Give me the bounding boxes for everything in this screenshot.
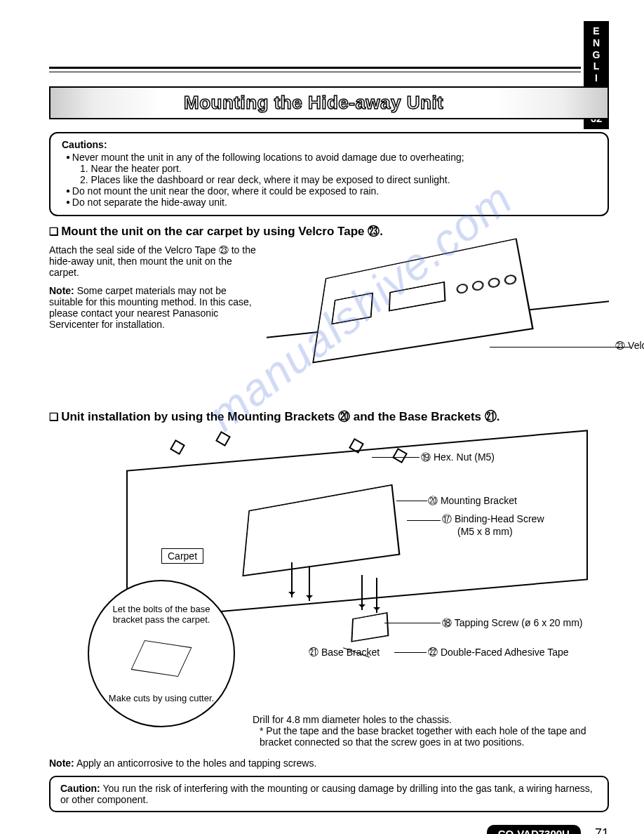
label-binding-head-dim: (M5 x 8 mm) (457, 526, 513, 537)
caution-subitem: 2. Places like the dashboard or rear dec… (80, 174, 596, 185)
cautions-heading: Cautions: (62, 139, 596, 150)
page-title: Mounting the Hide-away Unit (58, 92, 443, 114)
hex-nut-icon (215, 431, 231, 446)
caution-box-bottom: Caution: You run the risk of interfering… (49, 776, 609, 812)
note-label: Note: (49, 757, 74, 769)
loupe-text-top: Let the bolts of the base bracket pass t… (102, 604, 221, 625)
label-binding-head: ⑰ Binding-Head Screw (442, 513, 544, 526)
page-footer: CQ-VAD7300U 71 (49, 825, 609, 834)
carpet-tag: Carpet (161, 548, 203, 564)
label-mounting-bracket: ⑳ Mounting Bracket (428, 495, 517, 508)
caution-item: Do not mount the unit near the door, whe… (66, 185, 596, 197)
drill-note-line2: * Put the tape and the base bracket toge… (260, 725, 609, 748)
caution-label: Caution: (60, 783, 100, 794)
section1-heading: Mount the unit on the car carpet by usin… (49, 225, 609, 239)
detail-magnifier: Let the bolts of the base bracket pass t… (88, 580, 235, 727)
screw-icon (376, 578, 377, 613)
bottom-note: Note: Apply an anticorrosive to the hole… (49, 757, 609, 769)
section1-figure: ㉓ Velcro Tape (267, 241, 609, 403)
carpet-cut-illustration (131, 640, 192, 677)
caution-item: Never mount the unit in any of the follo… (66, 152, 596, 163)
title-banner: Mounting the Hide-away Unit (49, 86, 609, 119)
section2-heading: Unit installation by using the Mounting … (49, 409, 609, 425)
label-hex-nut: ⑲ Hex. Nut (M5) (421, 451, 495, 464)
label-adhesive-tape: ㉒ Double-Faced Adhesive Tape (428, 647, 569, 658)
cautions-box: Cautions: Never mount the unit in any of… (49, 132, 609, 216)
label-tapping-screw: ⑱ Tapping Screw (ø 6 x 20 mm) (442, 617, 582, 630)
base-bracket-illustration (351, 612, 389, 642)
section1-para1: Attach the seal side of the Velcro Tape … (49, 244, 260, 278)
caution-text: You run the risk of interfering with the… (60, 783, 593, 805)
section1-body: Attach the seal side of the Velcro Tape … (49, 241, 609, 403)
section2-figure: Carpet Let the bolts of the base bracket… (49, 429, 609, 710)
manual-page: ENGLISH 62 Mounting the Hide-away Unit C… (0, 0, 644, 834)
caution-subitem: 1. Near the heater port. (80, 163, 596, 174)
screw-icon (361, 575, 363, 610)
caution-item: Do not separate the hide-away unit. (66, 197, 596, 208)
screw-icon (291, 562, 293, 597)
label-base-bracket: ㉑ Base Bracket (309, 647, 380, 658)
section1-text: Attach the seal side of the Velcro Tape … (49, 241, 260, 403)
drill-note: Drill for 4.8 mm diameter holes to the c… (253, 714, 609, 748)
model-number: CQ-VAD7300U (487, 825, 581, 834)
screw-icon (309, 566, 310, 601)
drill-note-line1: Drill for 4.8 mm diameter holes to the c… (253, 714, 452, 725)
velcro-tape-label: ㉓ Velcro Tape (615, 340, 644, 351)
bottom-note-text: Apply an anticorrosive to the holes and … (74, 757, 317, 769)
loupe-text-bottom: Make cuts by using cutter. (109, 693, 214, 703)
page-number: 71 (595, 826, 609, 834)
hex-nut-icon (170, 439, 185, 455)
horizontal-rule (49, 67, 581, 72)
section1-note: Note: Some carpet materials may not be s… (49, 285, 260, 330)
note-label: Note: (49, 285, 74, 296)
note-text: Some carpet materials may not be suitabl… (49, 285, 252, 330)
